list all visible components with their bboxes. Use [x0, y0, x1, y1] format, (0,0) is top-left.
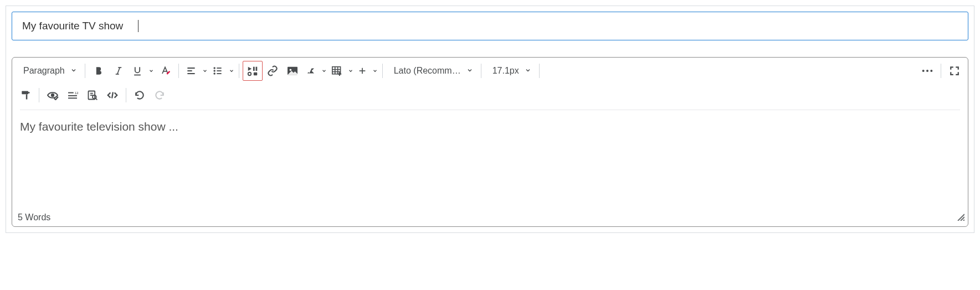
italic-button[interactable]	[109, 61, 129, 81]
underline-button[interactable]	[129, 61, 155, 81]
svg-rect-35	[26, 94, 28, 99]
list-button[interactable]	[209, 61, 235, 81]
resize-handle-icon[interactable]	[956, 212, 964, 223]
font-family-label: Lato (Recomm…	[394, 66, 461, 76]
separator	[382, 64, 383, 78]
svg-rect-18	[254, 72, 257, 76]
separator	[85, 64, 85, 78]
toolbar-row-2: 123	[16, 83, 964, 107]
svg-point-17	[248, 72, 251, 76]
format-painter-button[interactable]	[16, 85, 35, 105]
chevron-down-icon	[229, 68, 234, 74]
title-field-wrap	[12, 12, 968, 40]
block-format-label: Paragraph	[23, 66, 65, 76]
svg-point-10	[214, 73, 215, 74]
more-actions-button[interactable]	[917, 61, 937, 81]
editor-footer: 5 Words	[12, 210, 968, 226]
svg-point-33	[930, 70, 932, 72]
title-input[interactable]	[12, 12, 968, 40]
chevron-down-icon	[321, 68, 327, 74]
accessibility-checker-button[interactable]	[43, 85, 63, 105]
svg-rect-34	[22, 91, 28, 95]
font-size-label: 17.1px	[492, 66, 519, 76]
undo-button[interactable]	[130, 85, 150, 105]
chevron-down-icon	[466, 66, 473, 76]
separator	[39, 88, 39, 102]
svg-line-2	[117, 68, 120, 74]
preview-button[interactable]	[83, 85, 102, 105]
font-family-dropdown[interactable]: Lato (Recomm…	[386, 61, 478, 81]
word-count-label: 5 Words	[18, 213, 50, 222]
align-button[interactable]	[182, 61, 209, 81]
chevron-down-icon	[148, 68, 154, 74]
editor-content[interactable]: My favourite television show ...	[12, 110, 968, 210]
svg-point-31	[922, 70, 925, 72]
separator	[126, 88, 126, 102]
svg-marker-14	[248, 67, 251, 71]
svg-line-46	[96, 99, 98, 100]
svg-point-32	[926, 70, 928, 72]
svg-point-37	[51, 94, 54, 97]
content-text: My favourite television show ...	[20, 120, 178, 133]
separator	[941, 64, 941, 78]
chevron-down-icon	[202, 68, 208, 74]
block-format-dropdown[interactable]: Paragraph	[16, 61, 81, 81]
bold-button[interactable]	[89, 61, 109, 81]
text-caret	[138, 20, 138, 32]
svg-point-20	[289, 69, 291, 71]
separator	[539, 64, 540, 78]
svg-rect-36	[28, 92, 30, 94]
svg-rect-16	[255, 67, 257, 71]
chevron-down-icon	[348, 68, 353, 74]
svg-point-8	[214, 68, 215, 69]
insert-more-button[interactable]	[355, 61, 379, 81]
chevron-down-icon	[70, 66, 77, 76]
equation-button[interactable]	[302, 61, 328, 81]
word-count-button[interactable]: 123	[63, 85, 83, 105]
insert-stuff-button[interactable]	[243, 61, 263, 81]
source-code-button[interactable]	[102, 85, 122, 105]
separator	[178, 64, 179, 78]
toolbar-row-1: Paragraph	[16, 59, 964, 83]
fullscreen-button[interactable]	[945, 61, 964, 81]
redo-button[interactable]	[150, 85, 170, 105]
separator	[239, 64, 239, 78]
link-button[interactable]	[263, 61, 283, 81]
separator	[481, 64, 481, 78]
table-button[interactable]	[328, 61, 355, 81]
rich-text-editor: Paragraph	[12, 57, 968, 227]
font-size-dropdown[interactable]: 17.1px	[485, 61, 536, 81]
svg-point-9	[214, 70, 215, 71]
toolbar: Paragraph	[12, 58, 968, 110]
svg-text:123: 123	[75, 91, 79, 95]
svg-line-50	[963, 220, 964, 221]
svg-rect-15	[253, 67, 255, 71]
chevron-down-icon	[525, 66, 531, 76]
editor-panel: Paragraph	[6, 6, 974, 233]
text-color-button[interactable]	[155, 61, 175, 81]
chevron-down-icon	[372, 68, 378, 74]
image-button[interactable]	[283, 61, 302, 81]
svg-line-47	[112, 92, 113, 99]
